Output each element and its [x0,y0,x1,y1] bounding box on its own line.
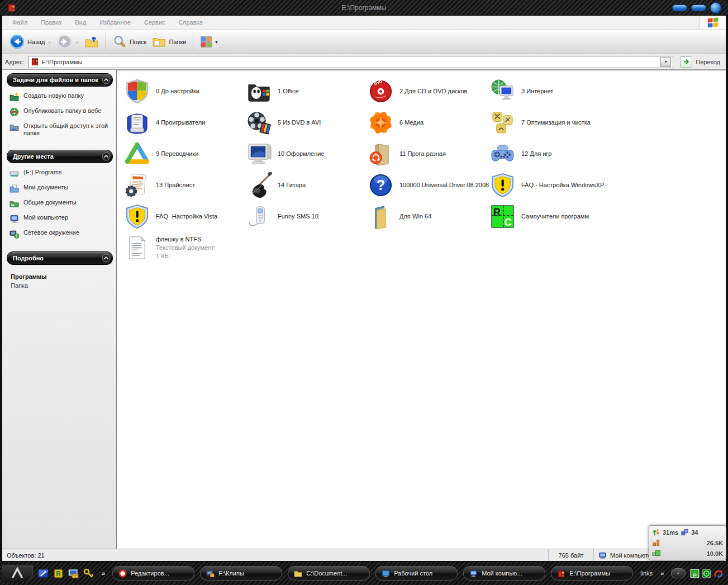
folder-item[interactable]: 10 Оформление [246,138,368,169]
views-dropdown-caret[interactable]: ▾ [215,39,218,45]
orange-bars-icon [652,539,660,547]
faq-shield-icon [124,203,150,230]
menu-item[interactable]: Правка [34,19,68,26]
folder-item[interactable]: 7 Оптимизация и чистка [489,107,611,138]
folder-item[interactable]: 1 Office [246,75,368,107]
text-file-icon [124,235,150,261]
folder-item[interactable]: Для Win 64 [368,201,489,232]
menu-item[interactable]: Справка [172,19,210,26]
menu-item[interactable]: Вид [68,19,93,26]
folder-item[interactable]: 12 Для игр [489,138,611,169]
internet-globe-icon [489,78,516,104]
guitar-icon [246,172,272,198]
status-objects: Объектов: 21 [2,549,548,562]
links-toolbar-label[interactable]: links [640,570,653,577]
links-overflow-chevron[interactable]: » [660,570,663,577]
folder-item[interactable]: Самоучители программ [489,201,611,232]
taskbar-button[interactable]: Редактиров... [112,566,194,581]
address-dropdown-button[interactable]: ▾ [660,57,671,67]
views-button[interactable]: ▾ [197,36,221,48]
gadget-latency: 31ms [663,529,678,536]
folder-item[interactable]: 5 Из DVD в AVI [246,107,368,138]
folder-item[interactable]: 3 Интернет [489,75,611,107]
sidebar-item[interactable]: Открыть общий доступ к этой папке [9,122,112,137]
taskbar-button[interactable]: C:\Document... [288,566,370,581]
folder-item[interactable]: 2 Для CD и DVD дисков [368,75,489,107]
panel-header-file-tasks[interactable]: Задачи для файлов и папок [7,73,113,87]
explorer-window: E:\Программы Файл Правка Вид Избранное С… [0,0,728,562]
folder-item[interactable]: флешку в NTFS Текстовый документ 1 КБ [124,232,246,263]
quick-launch-overflow-chevron[interactable]: » [102,570,104,577]
address-input[interactable]: E:\Программы ▾ [28,56,674,68]
taskbar-button[interactable]: Рабочий стол [375,566,458,581]
publish-web-icon [9,107,19,117]
back-button[interactable]: Назад ⌄ [7,34,54,49]
taskbar-button-label: Рабочий стол [394,570,432,577]
item-label: 6 Медиа [399,119,424,126]
chevron-up-icon[interactable] [102,152,111,161]
keys-icon[interactable] [83,568,94,579]
status-size: 765 байт [548,549,593,562]
sidebar-item[interactable]: Мой компьютер [9,214,112,223]
sidebar-item[interactable]: Сетевое окружение [9,229,112,239]
sidebar-item[interactable]: Опубликовать папку в вебе [9,107,112,117]
sidebar-item[interactable]: Мои документы [9,184,112,193]
folder-item[interactable]: 13 Прайслист [124,169,246,201]
taskbar-button[interactable]: E:\Программы [551,566,633,581]
folder-item[interactable]: 6 Медиа [368,107,489,138]
forward-dropdown-caret[interactable]: ⌄ [75,39,79,44]
up-button[interactable] [82,35,102,49]
menu-item[interactable]: Избранное [93,19,137,26]
folder-item[interactable]: Funny SMS 10 [246,201,368,232]
chevron-up-icon[interactable] [102,254,111,263]
sidebar-item[interactable]: (E:) Programs [9,169,112,178]
folder-item[interactable]: FAQ - Настройка WindowsXP [489,169,611,201]
swirl-icon[interactable] [713,569,723,578]
security-shield-icon [124,78,150,104]
folder-item[interactable]: 14 Гитара [246,169,368,201]
taskbar-button[interactable]: F:\Клипы [200,566,282,581]
title-bar[interactable]: E:\Программы [0,0,728,16]
taskbar-button[interactable]: Мой компью... [463,566,545,581]
maximize-button[interactable] [691,4,706,11]
r-icon[interactable] [53,568,64,579]
address-folder-icon [557,569,565,578]
folders-button[interactable]: Папки [149,35,189,49]
commander-icon[interactable] [38,568,49,579]
green-ring-icon[interactable] [702,569,711,578]
sidebar-item[interactable]: Общие документы [9,199,112,208]
dvd-disc-icon [368,78,394,104]
my-computer-icon [9,214,19,223]
start-button[interactable] [2,565,33,582]
close-button[interactable] [710,2,721,13]
search-button[interactable]: Поиск [110,35,149,49]
chevron-up-icon[interactable] [102,75,111,84]
go-button[interactable]: Переход [677,56,723,68]
folder-item[interactable]: 0 До настройки [124,75,246,107]
mail-monitor-icon[interactable] [68,568,79,579]
folder-item[interactable]: 9 Переводчики [124,138,246,169]
sidebar-item[interactable]: Создать новую папку [9,92,112,102]
pricelist-icon [124,172,150,198]
menu-bar: Файл Правка Вид Избранное Сервис Справка [2,16,726,30]
menu-item[interactable]: Сервис [137,19,172,26]
back-dropdown-caret[interactable]: ⌄ [48,39,52,44]
utorrent-icon[interactable] [690,569,700,578]
tray-collapse-button[interactable]: « [671,568,686,578]
forward-button[interactable]: ⌄ [54,34,82,49]
sidebar-item-label: Мои документы [23,184,68,191]
panel-header-details[interactable]: Подробно [7,251,113,265]
panel-header-other-places[interactable]: Другие места [7,150,113,163]
minimize-button[interactable] [672,4,687,11]
documents-folder-icon [294,569,302,578]
folder-item[interactable]: 100000.Universal.Driver.08.2008 [368,169,489,201]
clips-icon [206,569,215,578]
network-icon [9,229,19,239]
network-monitor-gadget[interactable]: 31ms 34 26.5K 10.0K [649,525,726,560]
search-label: Поиск [130,39,146,45]
menu-item[interactable]: Файл [6,19,34,26]
windows-logo-icon [706,16,720,29]
folder-item[interactable]: 11 Прога разная [368,138,489,169]
folder-item[interactable]: FAQ -Настройка Vista [124,201,246,232]
folder-item[interactable]: 4 Проигрыватели [124,107,246,138]
